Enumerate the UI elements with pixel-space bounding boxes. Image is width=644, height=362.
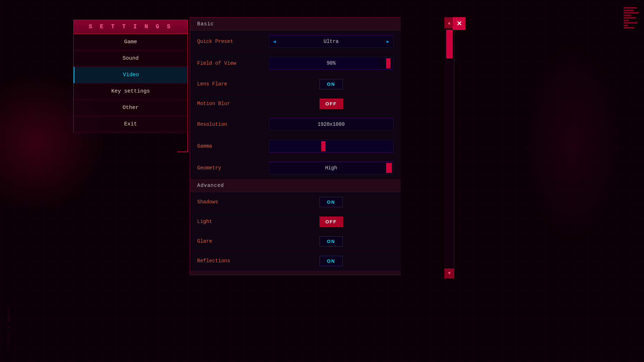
sidebar-item-game[interactable]: Game bbox=[74, 34, 187, 50]
shadows-control: ON bbox=[269, 197, 394, 207]
fov-slider[interactable]: 90% bbox=[269, 57, 394, 70]
lens-flare-toggle[interactable]: ON bbox=[319, 79, 343, 89]
geometry-selector[interactable]: High bbox=[269, 162, 394, 174]
quick-preset-control: ◀ Ultra ▶ bbox=[269, 35, 394, 48]
scroll-down-button[interactable]: ▼ bbox=[444, 268, 454, 278]
glare-control: ON bbox=[269, 236, 394, 247]
settings-sidebar: S e t t i n g s Game Sound Video Key set… bbox=[73, 20, 188, 133]
reflections-toggle[interactable]: ON bbox=[319, 256, 343, 266]
setting-row-motion-blur: Motion Blur OFF bbox=[190, 94, 401, 114]
fov-thumb bbox=[386, 58, 390, 68]
gamma-control bbox=[269, 140, 394, 153]
reflections-label: Reflections bbox=[197, 258, 269, 264]
setting-row-resolution: Resolution 1920x1080 bbox=[190, 114, 401, 135]
deco-bar bbox=[624, 7, 636, 9]
deco-bar bbox=[624, 10, 634, 11]
setting-row-reflections: Reflections ON bbox=[190, 251, 401, 271]
motion-blur-label: Motion Blur bbox=[197, 101, 269, 106]
resolution-control: 1920x1080 bbox=[269, 118, 394, 131]
fov-control: 90% bbox=[269, 57, 394, 70]
deco-bar bbox=[624, 25, 628, 26]
resolution-value: 1920x1080 bbox=[318, 122, 345, 127]
sidebar-corner-deco bbox=[177, 133, 188, 152]
gamma-slider[interactable] bbox=[269, 140, 394, 153]
settings-panel: Basic Quick Preset ◀ Ultra ▶ Field of Vi… bbox=[190, 17, 401, 275]
glare-label: Glare bbox=[197, 238, 269, 244]
setting-row-shadows: Shadows ON bbox=[190, 192, 401, 212]
quick-preset-value: Ultra bbox=[280, 39, 382, 44]
lens-flare-label: Lens Flare bbox=[197, 81, 269, 87]
close-button[interactable]: ✕ bbox=[453, 17, 465, 30]
shadows-toggle[interactable]: ON bbox=[319, 197, 343, 207]
fov-value: 90% bbox=[327, 60, 336, 66]
quick-preset-arrow-left[interactable]: ◀ bbox=[269, 35, 280, 48]
quick-preset-label: Quick Preset bbox=[197, 39, 269, 44]
quick-preset-arrow-right[interactable]: ▶ bbox=[382, 35, 393, 48]
setting-row-fov: Field of View 90% bbox=[190, 53, 401, 74]
section-header-advanced: Advanced bbox=[190, 179, 401, 192]
scrollbar-thumb[interactable] bbox=[446, 30, 453, 58]
sidebar-title: S e t t i n g s bbox=[74, 20, 187, 34]
sidebar-item-key-settings[interactable]: Key settings bbox=[74, 83, 187, 100]
setting-row-light: Light OFF bbox=[190, 212, 401, 232]
motion-blur-toggle[interactable]: OFF bbox=[319, 99, 343, 109]
geometry-thumb bbox=[386, 163, 392, 173]
sidebar-item-video[interactable]: Video bbox=[74, 67, 187, 83]
gamma-thumb bbox=[321, 141, 326, 151]
motion-blur-control: OFF bbox=[269, 99, 394, 109]
scrollbar-track: ▲ bbox=[444, 17, 454, 277]
setting-row-geometry: Geometry High bbox=[190, 157, 401, 179]
decorative-bars bbox=[624, 7, 639, 29]
fov-fill bbox=[269, 57, 378, 69]
resolution-label: Resolution bbox=[197, 122, 269, 127]
geometry-value: High bbox=[269, 165, 393, 171]
setting-row-quick-preset: Quick Preset ◀ Ultra ▶ bbox=[190, 31, 401, 53]
glare-toggle[interactable]: ON bbox=[319, 236, 343, 247]
quick-preset-selector[interactable]: ◀ Ultra ▶ bbox=[269, 35, 394, 48]
shadows-label: Shadows bbox=[197, 199, 269, 205]
sidebar-item-exit[interactable]: Exit bbox=[74, 116, 187, 133]
light-toggle[interactable]: OFF bbox=[319, 217, 343, 227]
sidebar-item-other[interactable]: Other bbox=[74, 100, 187, 116]
deco-bar bbox=[624, 17, 636, 19]
setting-row-lens-flare: Lens Flare ON bbox=[190, 74, 401, 94]
geometry-control: High bbox=[269, 162, 394, 174]
deco-bar bbox=[624, 27, 634, 29]
deco-bar bbox=[624, 20, 629, 21]
section-header-basic: Basic bbox=[190, 18, 401, 31]
geometry-label: Geometry bbox=[197, 165, 269, 171]
watermark: C:/Tcons_0_095V45 bbox=[7, 306, 11, 351]
setting-row-gamma: Gamma bbox=[190, 135, 401, 157]
resolution-display[interactable]: 1920x1080 bbox=[269, 118, 394, 131]
setting-row-glare: Glare ON bbox=[190, 232, 401, 251]
sidebar-item-sound[interactable]: Sound bbox=[74, 50, 187, 67]
deco-bar bbox=[624, 12, 639, 14]
gamma-label: Gamma bbox=[197, 143, 269, 149]
light-control: OFF bbox=[269, 217, 394, 227]
reflections-control: ON bbox=[269, 256, 394, 266]
fov-label: Field of View bbox=[197, 60, 269, 66]
lens-flare-control: ON bbox=[269, 79, 394, 89]
light-label: Light bbox=[197, 219, 269, 224]
section-header-other: Other bbox=[190, 271, 401, 275]
deco-bar bbox=[624, 22, 637, 24]
deco-bar bbox=[624, 15, 631, 16]
